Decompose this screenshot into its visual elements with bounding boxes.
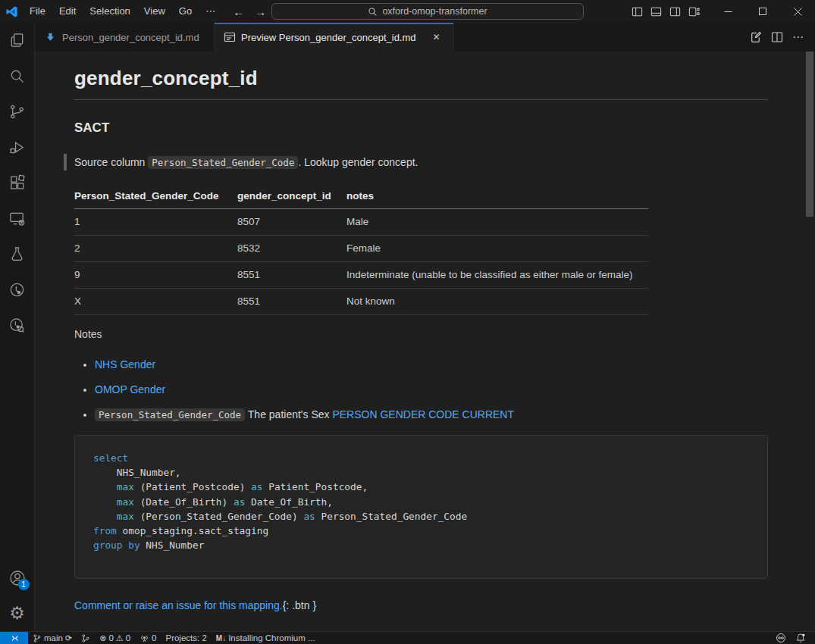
editor-area: Person_gender_concept_id.md Preview Pers… [35, 23, 815, 631]
preview-icon [224, 31, 236, 43]
broadcast-icon [139, 633, 149, 643]
gitlens-icon[interactable] [0, 272, 35, 308]
tab-label: Person_gender_concept_id.md [62, 32, 199, 43]
tab-source-markdown[interactable]: Person_gender_concept_id.md [35, 23, 215, 52]
titlebar-right [632, 0, 815, 23]
remote-explorer-icon[interactable] [0, 201, 35, 236]
source-control-icon[interactable] [0, 94, 35, 130]
table-cell: Female [346, 236, 648, 262]
search-sidebar-icon[interactable] [0, 58, 35, 94]
text-span: omop_staging.sact_staging [117, 525, 268, 536]
markdown-file-icon [44, 31, 57, 44]
source-blockquote: Source column Person_Stated_Gender_Code.… [64, 154, 768, 170]
code-line: group by NHS_Number [93, 538, 749, 552]
vscode-window: File Edit Selection View Go ⋯ ← → oxford… [0, 0, 815, 644]
commit-graph-icon [81, 633, 90, 643]
text-span: max [117, 496, 134, 508]
table-row: X8551Not known [74, 289, 648, 315]
extensions-icon[interactable] [0, 165, 35, 201]
inline-code: Person_Stated_Gender_Code [95, 408, 245, 421]
menu-edit[interactable]: Edit [52, 3, 83, 20]
table-row: 18507Male [74, 209, 648, 236]
accounts-badge: 1 [18, 579, 30, 590]
text-span: Patient_Postcode, [262, 481, 368, 492]
text-span: max [117, 481, 134, 492]
projects-status-item[interactable]: Projects: 2 [161, 632, 211, 644]
problems-status-item[interactable]: ⊗ 0 ⚠ 0 [95, 632, 135, 644]
tab-close-icon[interactable]: ✕ [429, 30, 444, 45]
ports-status-item[interactable]: 0 [135, 632, 161, 644]
menu-overflow-icon[interactable]: ⋯ [199, 3, 222, 20]
toggle-secondary-sidebar-icon[interactable] [669, 6, 681, 17]
markdown-preview: gender_concept_id SACT Source column Per… [35, 52, 815, 631]
menu-go[interactable]: Go [172, 3, 199, 20]
minimize-button[interactable] [710, 0, 745, 23]
table-cell: Indeterminate (unable to be classified a… [346, 262, 648, 289]
gitlens-inspect-icon[interactable] [0, 308, 35, 343]
code-line: max (Patient_Postcode) as Patient_Postco… [93, 480, 749, 494]
editor-actions: ⋯ [749, 23, 815, 52]
sql-code-block: select NHS_Number, max (Patient_Postcode… [74, 435, 768, 579]
md-link[interactable]: OMOP Gender [95, 383, 165, 395]
warnings-icon: ⚠ [116, 634, 124, 642]
menu-file[interactable]: File [23, 3, 52, 20]
text-span: (Person_Stated_Gender_Code) [134, 511, 303, 522]
md-link[interactable]: Comment or raise an issue for this mappi… [74, 599, 283, 611]
graph-status-item[interactable] [77, 632, 95, 644]
text-span: . Lookup gender concept. [298, 156, 418, 168]
task-status-item[interactable]: M↓ Installing Chromium ... [212, 632, 320, 644]
toggle-panel-icon[interactable] [650, 6, 662, 17]
section-heading-sact: SACT [74, 120, 768, 136]
text-span [93, 496, 117, 508]
text-span: as [251, 481, 262, 492]
maximize-button[interactable] [745, 0, 780, 23]
notifications-status-item[interactable] [791, 632, 810, 644]
remote-indicator-button[interactable] [0, 632, 28, 644]
branch-status-item[interactable]: main ⟳ [28, 632, 77, 644]
menu-view[interactable]: View [137, 3, 172, 20]
md-link[interactable]: PERSON GENDER CODE CURRENT [332, 408, 514, 420]
toggle-sidebar-icon[interactable] [632, 6, 643, 17]
testing-icon[interactable] [0, 236, 35, 272]
table-cell: 8551 [237, 289, 346, 315]
scrollbar-thumb[interactable] [806, 52, 813, 217]
command-center-label: oxford-omop-transformer [382, 6, 487, 17]
more-actions-icon[interactable]: ⋯ [792, 30, 804, 44]
text-span: {: .btn } [283, 599, 316, 611]
copilot-status-item[interactable] [771, 632, 791, 644]
tab-label: Preview Person_gender_concept_id.md [241, 32, 416, 43]
errors-icon: ⊗ [99, 634, 106, 642]
explorer-icon[interactable] [0, 23, 35, 58]
md-link[interactable]: NHS Gender [95, 358, 155, 370]
code-line: max (Date_Of_Birth) as Date_Of_Birth, [93, 495, 749, 509]
accounts-icon[interactable]: 1 [0, 560, 35, 596]
markdown-pdf-icon: M↓ [216, 634, 226, 642]
text-span [93, 481, 117, 492]
settings-gear-icon[interactable]: ⚙ [0, 596, 35, 631]
vscode-logo-icon [0, 0, 23, 23]
activity-bar: 1 ⚙ [0, 23, 35, 631]
text-span: The patient's Sex [245, 408, 332, 420]
back-icon[interactable]: ← [233, 5, 244, 18]
customize-layout-icon[interactable] [688, 6, 700, 17]
run-debug-icon[interactable] [0, 130, 35, 165]
table-cell: 2 [74, 236, 237, 262]
text-span: select [93, 452, 128, 464]
show-source-icon[interactable] [749, 31, 762, 44]
forward-icon[interactable]: → [255, 5, 266, 18]
text-span: NHS_Number, [93, 467, 181, 478]
split-editor-icon[interactable] [771, 31, 783, 43]
table-header-row: Person_Stated_Gender_Codegender_concept_… [74, 184, 648, 209]
table-row: 98551Indeterminate (unable to be classif… [74, 262, 648, 289]
command-center[interactable]: oxford-omop-transformer [271, 3, 584, 20]
list-item: NHS Gender [95, 358, 768, 370]
table-cell: X [74, 289, 237, 315]
table-cell: 9 [74, 262, 237, 289]
table-cell: Male [346, 209, 648, 236]
sync-icon: ⟳ [65, 634, 72, 642]
menu-selection[interactable]: Selection [83, 3, 136, 20]
text-span: (Patient_Postcode) [134, 481, 251, 492]
menu-bar: File Edit Selection View Go ⋯ [23, 3, 222, 20]
close-window-button[interactable] [780, 0, 815, 23]
tab-preview-markdown[interactable]: Preview Person_gender_concept_id.md ✕ [215, 23, 454, 52]
